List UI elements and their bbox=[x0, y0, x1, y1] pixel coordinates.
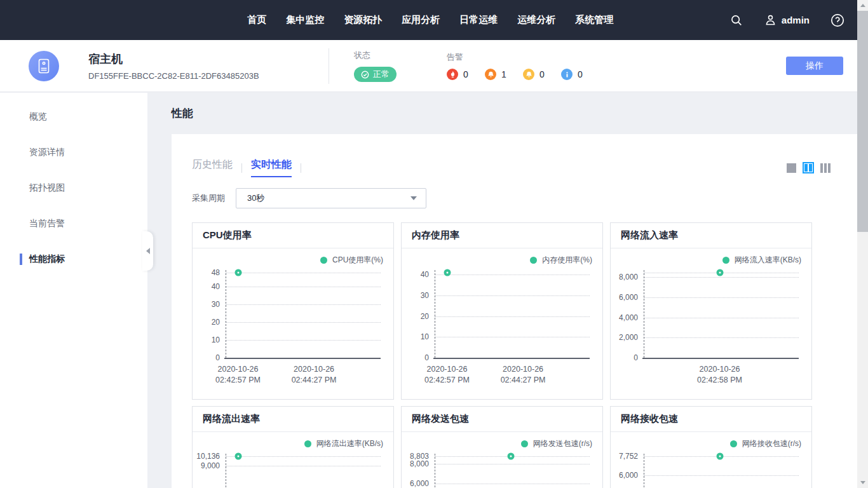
layout-three-column-icon[interactable] bbox=[820, 163, 831, 173]
tab-separator bbox=[241, 163, 242, 173]
nav-item-system-mgmt[interactable]: 系统管理 bbox=[575, 14, 613, 26]
action-button[interactable]: 操作 bbox=[786, 57, 843, 75]
chart-plot: 10,1369,0006,0003,0000 bbox=[226, 456, 381, 488]
scroll-down-button[interactable] bbox=[857, 477, 868, 488]
host-uuid: DF155FFE-BBCC-2C82-E811-2DF63485203B bbox=[88, 71, 259, 81]
y-tick-label: 8,000 bbox=[410, 459, 429, 468]
y-axis-line bbox=[435, 270, 435, 358]
gridline bbox=[435, 337, 590, 337]
chart-title: 网络接收包速 bbox=[621, 413, 678, 425]
gridline bbox=[226, 273, 381, 273]
alarm-label: 告警 bbox=[447, 51, 599, 63]
sidebar-item-performance-metrics[interactable]: 性能指标 bbox=[0, 241, 147, 277]
y-tick-label: 40 bbox=[212, 282, 220, 291]
chart-card: 网络流出速率 网络流出速率(KB/s) 10,1369,0006,0003,00… bbox=[192, 406, 394, 488]
critical-flame-icon bbox=[447, 69, 458, 80]
x-tick-label: 2020-10-2602:42:57 PM bbox=[215, 364, 261, 386]
y-tick-label: 48 bbox=[212, 268, 220, 277]
nav-item-app-analysis[interactable]: 应用分析 bbox=[402, 14, 440, 26]
scrollbar-thumb[interactable] bbox=[857, 11, 868, 232]
legend-dot-icon bbox=[530, 257, 537, 264]
legend-label: 网络发送包速(r/s) bbox=[533, 438, 592, 449]
alarm-minor[interactable]: 0 bbox=[523, 69, 561, 80]
nav-item-ops-analysis[interactable]: 运维分析 bbox=[517, 14, 555, 26]
collect-period-select[interactable]: 30秒 bbox=[236, 188, 426, 208]
scroll-up-button[interactable] bbox=[857, 0, 868, 11]
chart-legend[interactable]: 网络接收包速(r/s) bbox=[618, 437, 801, 450]
alarm-count: 0 bbox=[539, 69, 545, 79]
tab-history-performance[interactable]: 历史性能 bbox=[192, 158, 233, 177]
gridline bbox=[226, 456, 381, 457]
sidebar-item-topology-view[interactable]: 拓扑视图 bbox=[0, 170, 147, 206]
data-point[interactable] bbox=[716, 453, 723, 460]
page-title: 性能 bbox=[172, 106, 859, 121]
y-tick-label: 20 bbox=[212, 318, 220, 327]
chart-card: 网络发送包速 网络发送包速(r/s) 8,8038,0006,0004,0002… bbox=[401, 406, 603, 488]
gridline bbox=[226, 287, 381, 287]
host-title: 宿主机 bbox=[88, 51, 259, 67]
x-tick-label: 2020-10-2602:44:27 PM bbox=[292, 364, 337, 386]
nav-item-daily-ops[interactable]: 日常运维 bbox=[459, 14, 498, 26]
legend-dot-icon bbox=[521, 440, 528, 447]
chart-card: 网络接收包速 网络接收包速(r/s) 7,7526,0004,0002,0000 bbox=[610, 406, 812, 488]
user-menu[interactable]: admin bbox=[764, 13, 810, 27]
top-nav-right: admin bbox=[729, 0, 845, 40]
host-icon bbox=[29, 51, 59, 81]
gridline bbox=[644, 297, 799, 298]
sidebar-item-overview[interactable]: 概览 bbox=[0, 99, 147, 135]
data-point[interactable] bbox=[507, 453, 514, 460]
y-tick-label: 30 bbox=[421, 291, 429, 300]
data-point[interactable] bbox=[444, 269, 451, 276]
nav-item-central-monitoring[interactable]: 集中监控 bbox=[286, 14, 324, 26]
legend-dot-icon bbox=[320, 257, 327, 264]
sidebar-collapse-handle[interactable] bbox=[142, 231, 153, 271]
view-toggles bbox=[787, 162, 831, 173]
vertical-scrollbar[interactable] bbox=[857, 0, 868, 488]
y-tick-label: 30 bbox=[212, 300, 220, 309]
alarm-block: 告警 0 1 bbox=[447, 51, 599, 80]
gridline bbox=[435, 295, 590, 296]
chart-legend[interactable]: 网络流入速率(KB/s) bbox=[618, 254, 801, 266]
data-point[interactable] bbox=[234, 453, 241, 460]
chart-legend[interactable]: 网络流出速率(KB/s) bbox=[200, 437, 383, 450]
chart-title: CPU使用率 bbox=[203, 229, 252, 241]
alarm-critical[interactable]: 0 bbox=[447, 69, 485, 80]
tab-separator bbox=[301, 163, 301, 173]
alarm-info[interactable]: 0 bbox=[561, 69, 599, 80]
chart-legend[interactable]: 网络发送包速(r/s) bbox=[409, 437, 592, 450]
sidebar-item-resource-detail[interactable]: 资源详情 bbox=[0, 135, 147, 170]
nav-item-home[interactable]: 首页 bbox=[247, 14, 266, 26]
layout-one-column-icon[interactable] bbox=[787, 163, 796, 173]
nav-item-resource-topology[interactable]: 资源拓扑 bbox=[344, 14, 382, 26]
legend-dot-icon bbox=[722, 257, 729, 264]
gridline bbox=[435, 484, 590, 484]
y-tick-label: 2,000 bbox=[619, 333, 638, 342]
layout-two-column-icon[interactable] bbox=[803, 162, 814, 173]
tab-realtime-performance[interactable]: 实时性能 bbox=[251, 158, 292, 177]
alarm-count: 1 bbox=[501, 69, 506, 79]
help-icon[interactable] bbox=[830, 13, 845, 28]
sidebar-item-current-alarms[interactable]: 当前告警 bbox=[0, 206, 147, 241]
y-tick-label: 4,000 bbox=[619, 313, 638, 322]
y-tick-label: 7,752 bbox=[619, 452, 638, 461]
search-icon[interactable] bbox=[729, 13, 743, 27]
alarm-major[interactable]: 1 bbox=[485, 69, 523, 80]
chart-title: 网络流出速率 bbox=[203, 413, 260, 425]
chart-legend[interactable]: 内存使用率(%) bbox=[409, 254, 592, 266]
charts-grid: CPU使用率 CPU使用率(%) 484030201002020-10-2602… bbox=[192, 222, 839, 488]
y-tick-label: 40 bbox=[421, 270, 429, 279]
chart-plot: 8,0006,0004,0002,00002020-10-2602:42:58 … bbox=[644, 273, 799, 358]
minor-bell-icon bbox=[523, 69, 534, 80]
x-tick-label: 2020-10-2602:42:58 PM bbox=[697, 364, 742, 386]
chart-card: CPU使用率 CPU使用率(%) 484030201002020-10-2602… bbox=[192, 222, 394, 400]
host-block: 宿主机 DF155FFE-BBCC-2C82-E811-2DF63485203B bbox=[29, 51, 329, 81]
data-point[interactable] bbox=[716, 269, 723, 276]
y-axis-line bbox=[644, 270, 644, 358]
data-point[interactable] bbox=[234, 269, 241, 276]
chart-title: 网络流入速率 bbox=[621, 229, 678, 241]
legend-label: 内存使用率(%) bbox=[542, 255, 592, 266]
info-icon bbox=[561, 69, 573, 80]
gridline bbox=[644, 337, 799, 338]
chevron-down-icon bbox=[410, 196, 417, 200]
chart-legend[interactable]: CPU使用率(%) bbox=[200, 254, 383, 266]
